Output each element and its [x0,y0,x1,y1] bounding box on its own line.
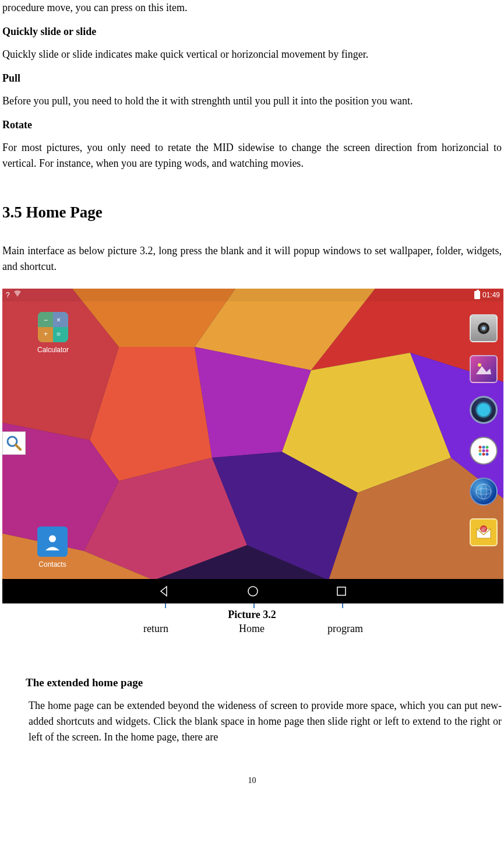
intro-paragraph: procedure move, you can press on this it… [2,0,502,16]
browser-app[interactable] [470,478,498,506]
calculator-app[interactable]: − × + = Calculator [37,312,69,355]
svg-marker-41 [161,587,167,596]
camera-app[interactable] [470,314,498,342]
svg-point-23 [482,327,485,330]
svg-point-30 [482,449,485,452]
svg-point-32 [479,452,482,455]
svg-point-26 [479,445,482,448]
figure-3-2: ? 01:49 − × + [2,289,502,640]
heading-rotate: Rotate [2,117,502,133]
extended-home-heading: The extended home page [26,675,502,692]
calculator-label: Calculator [37,345,69,355]
recent-apps-button[interactable] [335,585,348,598]
gallery-app[interactable] [470,355,498,383]
contacts-app[interactable]: Contacts [37,526,68,570]
svg-point-42 [248,587,258,596]
status-bar: ? 01:49 [2,289,503,301]
svg-point-37 [481,484,487,499]
back-button[interactable] [158,585,171,598]
svg-text:@: @ [481,526,485,532]
svg-point-29 [479,449,482,452]
mail-app[interactable]: @ [470,518,498,546]
figure-caption-row: Picture 3.2 return Home program [2,605,502,640]
gallery-icon [475,360,492,378]
magnifier-tab[interactable] [2,431,26,455]
paragraph-rotate: For most pictures, you only need to reta… [2,140,502,171]
svg-point-28 [486,445,489,448]
app-drawer-icon [475,443,492,459]
debug-indicator-icon: ? [6,290,10,300]
section-title-home-page: 3.5 Home Page [2,201,502,224]
svg-marker-24 [476,366,491,374]
mail-icon: @ [474,523,493,542]
svg-text:=: = [57,330,61,338]
svg-text:+: + [44,330,48,338]
svg-point-33 [482,452,485,455]
svg-line-20 [16,445,20,450]
svg-point-34 [486,452,489,455]
camera-icon [475,320,492,337]
page-number: 10 [2,774,502,792]
clock: 01:49 [482,290,500,300]
label-return: return [143,621,168,637]
svg-point-31 [486,449,489,452]
wallpaper-polygons [2,289,503,603]
contacts-icon [37,526,68,557]
svg-point-25 [478,363,481,367]
home-button[interactable] [246,585,259,598]
svg-text:−: − [44,316,48,324]
recent-icon [336,586,347,596]
battery-icon [474,291,480,299]
home-circle-icon [247,585,259,597]
contacts-label: Contacts [38,559,66,570]
label-program: program [327,621,363,637]
right-dock: @ [467,312,500,579]
paragraph-pull: Before you pull, you need to hold the it… [2,93,502,109]
paragraph-quickslide: Quickly slide or slide indicates make qu… [2,47,502,62]
heading-pull: Pull [2,71,502,86]
navigation-bar [2,579,503,603]
wifi-icon [13,289,22,301]
svg-point-36 [476,489,491,494]
svg-point-18 [49,535,56,542]
svg-point-35 [476,484,491,499]
figure-caption: Picture 3.2 [228,607,276,623]
android-home-screenshot: ? 01:49 − × + [2,289,503,603]
heading-quickslide: Quickly slide or slide [2,24,502,40]
svg-text:×: × [57,316,61,324]
globe-icon [475,483,492,500]
music-app[interactable] [470,396,498,424]
section-body: Main interface as below picture 3.2, lon… [2,243,502,275]
back-icon [158,585,170,597]
label-home: Home [239,621,265,637]
app-drawer-button[interactable] [470,437,498,465]
extended-home-body: The home page can be extended beyond the… [29,698,502,745]
magnifier-icon [6,435,22,451]
svg-rect-43 [337,587,346,595]
calculator-icon: − × + = [38,312,68,342]
svg-point-27 [482,445,485,448]
